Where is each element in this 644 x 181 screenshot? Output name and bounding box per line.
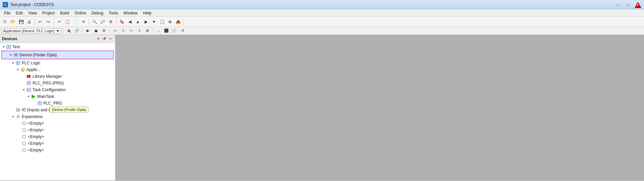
tree-item-test[interactable]: ▼ T Test [0, 44, 115, 50]
print-button[interactable]: 🖨 [25, 18, 33, 25]
expand-icon-test: ▼ [1, 45, 6, 49]
find-next-button[interactable]: 🔎 [99, 18, 106, 25]
content-area [115, 35, 644, 180]
new-button[interactable]: 🗋 [1, 18, 9, 25]
window-button[interactable]: ⬛ [163, 28, 170, 34]
expand-icon-device: ▼ [8, 53, 13, 57]
disconnect-button[interactable]: 🔗 [73, 28, 80, 34]
title-bar: C Test.project - CODESYS — □ ✕ [0, 0, 644, 9]
refresh-button[interactable]: ↺ [179, 28, 186, 34]
plc-logic-icon [15, 60, 21, 66]
application-label: Applic... [26, 67, 41, 72]
menu-item-edit[interactable]: Edit [13, 10, 25, 16]
tree-item-empty-1[interactable]: <Empty> [0, 120, 115, 127]
toolbar-btn-14[interactable]: 📋 [158, 18, 166, 25]
menu-item-help[interactable]: Help [141, 10, 154, 16]
library-manager-icon [26, 74, 32, 79]
test-icon: T [6, 44, 11, 50]
expansions-label: Expansions [22, 114, 43, 119]
tree-item-expansions[interactable]: ▼ Expansions [0, 113, 115, 120]
bookmark-button[interactable]: 🔖 [118, 18, 125, 25]
expand-icon-app: ▼ [15, 67, 20, 72]
connect-button[interactable]: 🔌 [65, 28, 72, 34]
arrow-button[interactable]: → [155, 28, 162, 34]
devices-header: Devices ▼ 📌 ✕ [0, 35, 115, 43]
tree-item-empty-4[interactable]: <Empty> [0, 140, 115, 147]
dropdown-arrow-icon: ▼ [56, 29, 59, 33]
tree-item-io[interactable]: IO (Inputs and Outputs) [0, 107, 115, 113]
debug-btn2[interactable]: ⇧ [120, 28, 126, 34]
menu-item-file[interactable]: File [1, 10, 13, 16]
next-button[interactable]: ▶ [142, 18, 150, 25]
save-button[interactable]: 💾 [17, 18, 25, 25]
tree-item-empty-2[interactable]: <Empty> [0, 127, 115, 133]
delete-button[interactable]: ✕ [80, 18, 87, 25]
appbar-sep-4 [153, 28, 153, 34]
up-button[interactable]: ▲ [134, 18, 142, 25]
step-button[interactable]: ⚙ [101, 28, 107, 34]
export-button[interactable]: 📤 [174, 18, 182, 25]
settings-button[interactable]: ⚙ [107, 18, 114, 25]
empty4-label: <Empty> [28, 141, 44, 146]
debug-btn4[interactable]: ⇩ [136, 28, 143, 34]
menu-item-online[interactable]: Online [72, 10, 89, 16]
open-button[interactable]: 📂 [9, 18, 17, 25]
tree-item-plc-logic[interactable]: ▼ PLC Logic [0, 60, 115, 66]
stop-button[interactable]: ⏹ [93, 28, 99, 34]
menu-item-project[interactable]: Project [40, 10, 57, 16]
tree-item-plc-prg2[interactable]: PLC_PRG [0, 100, 115, 107]
app-selector-label: Application [Device: PLC Logic] [3, 29, 54, 33]
devices-pin[interactable]: 📌 [102, 36, 107, 42]
cart-button[interactable]: 🛒 [171, 28, 178, 34]
tree-item-main-task[interactable]: ▼ MainTask [0, 93, 115, 100]
tree-item-application[interactable]: ▼ A Applic... [0, 66, 115, 73]
paste-button[interactable]: 📄 [72, 18, 79, 25]
menu-item-build[interactable]: Build [57, 10, 72, 16]
devices-close[interactable]: ✕ [108, 36, 113, 42]
tree-item-task-config[interactable]: ▼ Task Configuration [0, 86, 115, 93]
add-button[interactable]: ⊕ [166, 18, 174, 25]
toolbar-sep-2 [54, 18, 54, 25]
prev-button[interactable]: ◀ [126, 18, 133, 25]
maximize-button[interactable]: □ [623, 1, 632, 8]
down-button[interactable]: ▼ [150, 18, 158, 25]
tree-item-device[interactable]: ▼ Device (Finder Opta) [2, 52, 113, 58]
expand-icon-main-task: ▼ [26, 94, 31, 99]
cut-button[interactable]: ✂ [56, 18, 63, 25]
expand-icon-prg2 [32, 101, 37, 106]
expansions-icon [15, 114, 21, 119]
menu-item-tools[interactable]: Tools [106, 10, 121, 16]
debug-btn5[interactable]: ⊞ [144, 28, 151, 34]
empty3-icon [21, 134, 27, 139]
undo-button[interactable]: ↩ [37, 18, 44, 25]
empty1-icon [21, 121, 27, 126]
minimize-button[interactable]: — [614, 1, 623, 8]
devices-scroll-down[interactable]: ▼ [96, 36, 101, 42]
devices-tree[interactable]: ▼ T Test ▼ [0, 43, 115, 180]
tree-item-empty-3[interactable]: <Empty> [0, 133, 115, 140]
menu-item-window[interactable]: Window [121, 10, 141, 16]
menu-item-debug[interactable]: Debug [89, 10, 106, 16]
copy-button[interactable]: 📋 [64, 18, 71, 25]
tree-item-library-manager[interactable]: Library Manager [0, 73, 115, 80]
toolbar-sep-1 [35, 18, 35, 25]
title-text: Test.project - CODESYS [10, 2, 54, 7]
tree-item-plc-prg[interactable]: PLC_PRG (PRG) [0, 80, 115, 86]
redo-button[interactable]: ↪ [45, 18, 52, 25]
debug-btn3[interactable]: ⇨ [128, 28, 135, 34]
empty1-label: <Empty> [28, 121, 44, 126]
app-selector[interactable]: Application [Device: PLC Logic] ▼ [1, 28, 61, 34]
svg-point-27 [17, 110, 18, 111]
toolbar-sep-5 [183, 18, 184, 25]
toolbar: 🗋 📂 💾 🖨 ↩ ↪ ✂ 📋 📄 ✕ 🔍 🔎 ⚙ 🔖 ◀ ▲ ▶ ▼ 📋 ⊕ … [0, 17, 644, 27]
menu-item-view[interactable]: View [25, 10, 40, 16]
plc-logic-label: PLC Logic [22, 61, 40, 65]
debug-btn1[interactable]: ⇦ [112, 28, 118, 34]
svg-text:A: A [22, 69, 23, 71]
play-button[interactable]: ▶ [85, 28, 91, 34]
find-button[interactable]: 🔍 [91, 18, 98, 25]
io-icon [15, 107, 21, 113]
tree-item-empty-5[interactable]: <Empty> [0, 147, 115, 154]
expand-icon-empty4 [17, 141, 21, 146]
task-config-label: Task Configuration [33, 87, 66, 92]
